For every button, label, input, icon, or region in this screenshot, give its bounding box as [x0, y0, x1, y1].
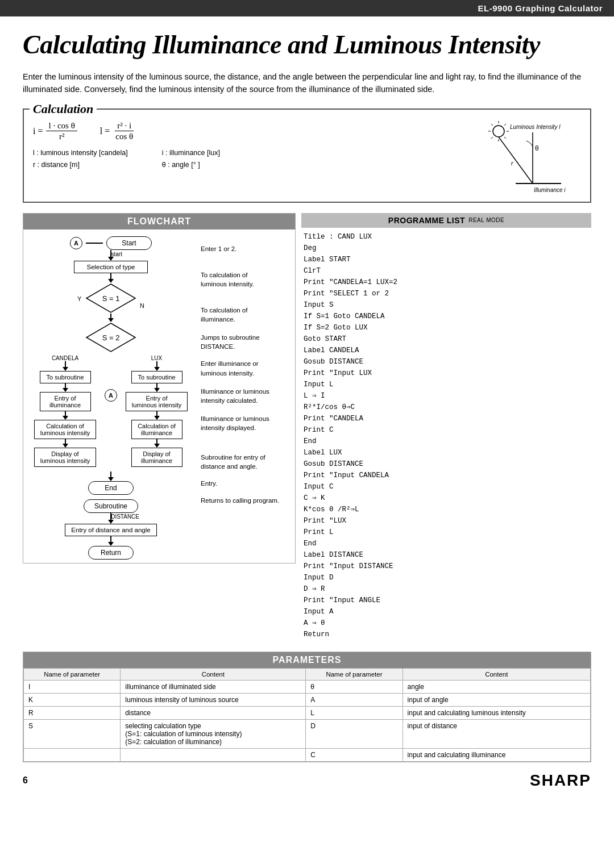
- param1-I: I: [24, 680, 121, 693]
- parameters-section: PARAMETERS Name of parameter Content Nam…: [23, 652, 591, 762]
- table-row: R distance L input and calculating lumin…: [24, 706, 591, 719]
- calc-diagram: Luminous Intensity l θ r Illuminance i: [479, 115, 581, 195]
- programme-list: Title : CAND LUX Deg Label START ClrT Pr…: [301, 228, 591, 644]
- content1-K: luminous intensity of luminous source: [121, 693, 306, 706]
- svg-point-0: [493, 126, 504, 137]
- legend-left: l : luminous intensity [candela] r : dis…: [33, 147, 128, 172]
- subroutine-section: Subroutine DISTANCE Entry of distance an…: [65, 499, 156, 560]
- calc-luminous-node: Calculation ofluminous intensity: [34, 420, 96, 439]
- formula-l-lhs: l =: [100, 126, 110, 136]
- start-label: start: [111, 251, 122, 257]
- calc-formulas: i = l · cos θ r² l = r² · i cos θ: [33, 115, 462, 172]
- programme-subtitle: REAL MODE: [468, 217, 504, 223]
- calc-illuminance-node: Calculation ofilluminance: [131, 420, 182, 439]
- note-7: Illuminance or luminousintensity display…: [201, 414, 293, 432]
- display-illuminance-node: Display ofilluminance: [131, 448, 182, 467]
- content1-empty: [121, 748, 306, 761]
- flow-left: A Start start Selection of ty: [26, 233, 196, 560]
- content2-C: input and calculating illuminance: [403, 748, 590, 761]
- table-row: C input and calculating illuminance: [24, 748, 591, 761]
- svg-line-6: [504, 124, 506, 126]
- start-node: Start: [106, 236, 152, 250]
- entry-luminous-node: Entry ofluminous intensity: [126, 392, 188, 411]
- param2-D: D: [306, 719, 403, 748]
- distance-arrow: DISTANCE: [108, 513, 114, 524]
- svg-text:S = 2: S = 2: [102, 333, 120, 342]
- selection-node: Selection of type: [74, 261, 148, 273]
- content1-S: selecting calculation type(S=1: calculat…: [121, 719, 306, 748]
- start-row: A Start: [70, 236, 152, 250]
- intro-text: Enter the luminous intensity of the lumi…: [23, 70, 591, 96]
- parameters-header: PARAMETERS: [23, 652, 591, 668]
- col-header-param1: Name of parameter: [24, 668, 121, 680]
- y-label: Y: [77, 295, 81, 302]
- note-9: Entry.: [201, 479, 293, 488]
- calc-diagram-svg: Luminous Intensity l θ r Illuminance i: [482, 121, 578, 195]
- svg-line-5: [491, 124, 493, 126]
- sharp-logo: SHARP: [530, 771, 591, 790]
- circle-a-top: A: [70, 237, 82, 249]
- svg-text:r: r: [511, 160, 514, 166]
- programme-title: PROGRAMME LIST: [388, 216, 465, 225]
- svg-line-11: [499, 137, 533, 183]
- programme-col: PROGRAMME LIST REAL MODE Title : CAND LU…: [296, 213, 591, 644]
- table-row: I illuminance of illuminated side θ angl…: [24, 680, 591, 693]
- fraction-i: l · cos θ r²: [46, 121, 77, 141]
- arrow2: [108, 273, 114, 283]
- param1-K: K: [24, 693, 121, 706]
- formula-i-lhs: i =: [33, 126, 43, 136]
- param1-S: S: [24, 719, 121, 748]
- note-5: Enter illuminance orluminous intensity.: [201, 359, 293, 377]
- end-section: End: [88, 471, 134, 495]
- legend: l : luminous intensity [candela] r : dis…: [33, 147, 462, 172]
- col-header-content1: Content: [121, 668, 306, 680]
- formula-l: l = r² · i cos θ: [100, 121, 135, 141]
- params-body: I illuminance of illuminated side θ angl…: [24, 680, 591, 761]
- note-2: To calculation ofluminous intensity.: [201, 270, 293, 289]
- col-header-content2: Content: [403, 668, 590, 680]
- content1-I: illuminance of illuminated side: [121, 680, 306, 693]
- numer-l: r² · i: [115, 121, 134, 131]
- lux-label: LUX: [151, 355, 162, 361]
- page-number: 6: [23, 775, 28, 786]
- fraction-l: r² · i cos θ: [113, 121, 135, 141]
- note-4: Jumps to subroutineDISTANCE.: [201, 333, 293, 351]
- param2-theta: θ: [306, 680, 403, 693]
- header-bar: EL-9900 Graphing Calculator: [0, 0, 614, 16]
- distance-label: DISTANCE: [111, 514, 139, 520]
- note-8: Subroutine for entry ofdistance and angl…: [201, 453, 293, 471]
- content2-A: input of angle: [403, 693, 590, 706]
- svg-text:θ: θ: [535, 144, 539, 152]
- svg-line-7: [491, 137, 493, 139]
- programme-header: PROGRAMME LIST REAL MODE: [301, 213, 591, 228]
- return-node: Return: [88, 546, 134, 560]
- calculation-section: Calculation i = l · cos θ r² l = r² · i …: [23, 108, 591, 203]
- table-row: S selecting calculation type(S=1: calcul…: [24, 719, 591, 748]
- note-6: Illuminance or luminousintensity calcula…: [201, 387, 293, 405]
- legend-right: i : illuminance [lux] θ : angle [° ]: [162, 147, 220, 172]
- svg-line-8: [504, 137, 506, 139]
- param2-A: A: [306, 693, 403, 706]
- candela-branch: CANDELA To subroutine Entry ofilluminanc…: [26, 355, 105, 467]
- mid-connector: A: [105, 355, 117, 402]
- sub-lux-node: To subroutine: [131, 371, 182, 383]
- formula-row: i = l · cos θ r² l = r² · i cos θ: [33, 121, 462, 141]
- circle-a-mid: A: [105, 389, 117, 402]
- parameters-table: Name of parameter Content Name of parame…: [23, 668, 591, 762]
- entry-illuminance-node: Entry ofilluminance: [40, 392, 91, 411]
- content1-R: distance: [121, 706, 306, 719]
- denom-i: r²: [57, 132, 67, 141]
- page-footer: 6 SHARP: [23, 771, 591, 795]
- bottom-sections: FLOWCHART A Start start: [23, 213, 591, 644]
- formula-i: i = l · cos θ r²: [33, 121, 77, 141]
- candela-label: CANDELA: [52, 355, 78, 361]
- flowchart-inner: A Start start Selection of ty: [23, 229, 295, 563]
- note-10: Returns to calling program.: [201, 496, 293, 505]
- note-1: Enter 1 or 2.: [201, 244, 293, 253]
- content2-D: input of distance: [403, 719, 590, 748]
- header-title: EL-9900 Graphing Calculator: [478, 3, 603, 13]
- main-content: Calculating Illuminance and Luminous Int…: [0, 16, 614, 807]
- svg-text:Illuminance i: Illuminance i: [534, 187, 566, 193]
- diamond-s2: S = 2: [85, 322, 136, 353]
- start-arrow: start: [108, 250, 114, 261]
